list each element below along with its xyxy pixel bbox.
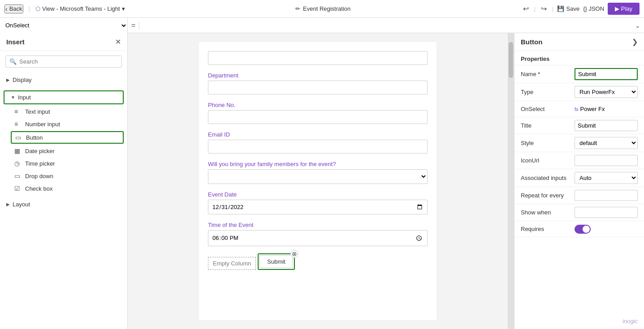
layout-section-header[interactable]: ▶ Layout (0, 198, 127, 210)
prop-onselect-value: fx Power Fx (575, 106, 638, 112)
prop-requires-label: Requires (521, 226, 575, 232)
submit-button[interactable]: Submit (259, 255, 293, 268)
canvas-area: Department Phone No. Email ID Will you b… (128, 33, 508, 329)
title-input[interactable] (575, 120, 638, 131)
layout-label: Layout (13, 201, 30, 208)
topbar-center: ✏ Event Registration (125, 5, 521, 12)
empty-column-box: Empty Column (208, 257, 256, 270)
search-input[interactable] (19, 58, 118, 65)
sidebar-item-time-picker[interactable]: ◷ Time picker (0, 157, 127, 170)
scrollbar-thumb[interactable] (509, 42, 513, 78)
right-panel: Button ❯ Properties Name * Type Run Powe… (514, 33, 644, 329)
json-button[interactable]: {} JSON (583, 5, 604, 12)
prop-show-when-label: Show when (521, 209, 575, 216)
family-select[interactable] (208, 169, 428, 184)
department-input[interactable] (208, 81, 428, 94)
time-picker-label: Time picker (25, 160, 55, 167)
show-when-input[interactable] (575, 207, 638, 218)
phone-input[interactable] (208, 110, 428, 124)
name-input[interactable] (575, 68, 638, 80)
topbar: ‹ Back | ⬡ View - Microsoft Teams - Ligh… (0, 0, 644, 18)
sidebar-item-text-input[interactable]: ≡ Text input (0, 105, 127, 118)
style-select[interactable]: default (575, 137, 638, 149)
prop-iconurl-value (575, 155, 638, 166)
department-label: Department (208, 72, 428, 79)
sidebar-item-drop-down[interactable]: ▭ Drop down (0, 170, 127, 182)
button-label: Button (26, 134, 43, 141)
pencil-icon: ✏ (295, 5, 300, 12)
text-input-label: Text input (25, 108, 50, 115)
sidebar-item-date-picker[interactable]: ▦ Date picker (0, 145, 127, 157)
date-picker-icon: ▦ (14, 147, 22, 154)
prop-repeat-every-value (575, 190, 638, 201)
drop-down-label: Drop down (25, 173, 53, 179)
event-date-field: Event Date (208, 191, 428, 214)
prop-requires-row: Requires (514, 221, 644, 237)
form-canvas: Department Phone No. Email ID Will you b… (199, 42, 437, 320)
number-input-label: Number input (25, 121, 60, 128)
chevron-right-icon-layout: ▶ (6, 202, 10, 207)
prop-associated-inputs-value: Auto (575, 172, 638, 184)
button-panel-title: Button (521, 38, 542, 46)
back-button[interactable]: ‹ Back (4, 4, 23, 13)
sidebar-item-check-box[interactable]: ☑ Check box (0, 182, 127, 195)
redo-button[interactable]: ↪ (539, 4, 549, 14)
family-field: Will you bring your family members for t… (208, 161, 428, 184)
email-field: Email ID (208, 131, 428, 154)
formula-input[interactable] (139, 22, 631, 29)
event-time-input[interactable] (208, 230, 428, 246)
undo-button[interactable]: ↩ (521, 4, 531, 14)
property-select[interactable]: OnSelect (0, 18, 128, 33)
button-icon: ▭ (15, 134, 22, 141)
canvas-scrollbar[interactable] (508, 33, 514, 329)
repeat-every-input[interactable] (575, 190, 638, 201)
fx-icon: fx (575, 107, 579, 112)
left-panel: Insert ✕ 🔍 ▶ Display ▼ Input ≡ Text inpu… (0, 33, 128, 329)
inogic-watermark: inogic (622, 318, 638, 325)
associated-inputs-select[interactable]: Auto (575, 172, 638, 184)
right-panel-header: Button ❯ (514, 33, 644, 51)
type-select[interactable]: Run PowerFx (575, 86, 638, 98)
formula-chevron-icon[interactable]: ⌄ (631, 22, 644, 29)
prop-associated-inputs-row: Associated inputs Auto (514, 169, 644, 187)
empty-column-label: Empty Column (213, 260, 251, 267)
email-input[interactable] (208, 140, 428, 154)
input-section-header[interactable]: ▼ Input (4, 90, 124, 104)
save-icon: 💾 (557, 5, 564, 12)
close-icon[interactable]: ✕ (115, 38, 121, 46)
iconurl-input[interactable] (575, 155, 638, 166)
event-time-label: Time of the Event (208, 222, 428, 228)
prop-type-value: Run PowerFx (575, 86, 638, 98)
prop-onselect-label: OnSelect (521, 106, 575, 112)
prop-title-label: Title (521, 122, 575, 129)
bottom-row: Empty Column ⊗ Submit (208, 253, 428, 270)
prop-type-row: Type Run PowerFx (514, 83, 644, 101)
prop-style-value: default (575, 137, 638, 149)
remove-button-icon[interactable]: ⊗ (290, 250, 298, 258)
view-button[interactable]: ⬡ View - Microsoft Teams - Light ▾ (35, 5, 125, 12)
check-box-icon: ☑ (14, 185, 22, 192)
save-button[interactable]: 💾 Save (557, 5, 579, 12)
prop-onselect-row: OnSelect fx Power Fx (514, 101, 644, 117)
phone-field: Phone No. (208, 102, 428, 124)
sidebar-item-button[interactable]: ▭ Button (11, 131, 124, 144)
prop-type-label: Type (521, 89, 575, 95)
toggle-thumb (583, 226, 590, 233)
prop-iconurl-row: IconUrl (514, 152, 644, 169)
display-section-header[interactable]: ▶ Display (0, 74, 127, 86)
prop-name-row: Name * (514, 65, 644, 83)
chevron-down-icon: ▼ (11, 95, 15, 100)
prop-title-row: Title (514, 117, 644, 134)
prop-show-when-value (575, 207, 638, 218)
top-input[interactable] (208, 51, 428, 65)
event-date-input[interactable] (208, 200, 428, 214)
text-input-icon: ≡ (14, 108, 22, 115)
number-input-icon: ≡ (14, 120, 22, 128)
sidebar-item-number-input[interactable]: ≡ Number input (0, 118, 127, 130)
prop-requires-value (575, 225, 638, 234)
requires-toggle[interactable] (575, 225, 591, 234)
expand-icon[interactable]: ❯ (632, 38, 638, 46)
play-button[interactable]: ▶ Play (608, 3, 640, 15)
prop-name-value (575, 68, 638, 80)
time-picker-icon: ◷ (14, 160, 22, 167)
